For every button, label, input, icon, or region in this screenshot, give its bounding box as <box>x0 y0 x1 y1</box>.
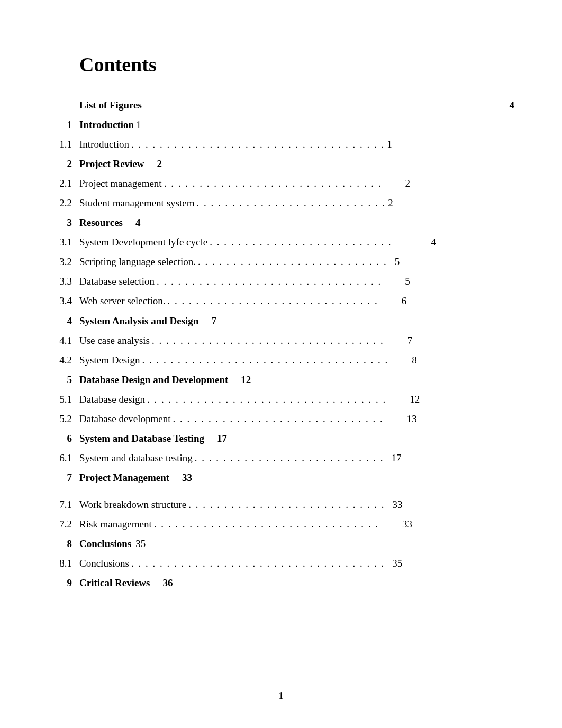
entry-number: 6 <box>48 429 79 448</box>
page-number: 1 <box>278 690 284 702</box>
entry-page: 1 <box>136 115 141 134</box>
page-title: Contents <box>79 53 514 76</box>
entry-page: 35 <box>135 534 146 553</box>
toc-section-entry: 5.2Database development . . . . . . . . … <box>48 409 514 429</box>
toc-chapter-entry: 8Conclusions 35 <box>48 534 514 553</box>
entry-page: 12 <box>410 389 420 409</box>
entry-page: 5 <box>395 252 400 271</box>
entry-page: 13 <box>407 409 417 429</box>
toc-chapter-entry: 2Project Review2 <box>48 154 514 174</box>
leader-dots: . . . . . . . . . . . . . . . . . . . . … <box>131 553 385 573</box>
leader-dots: . . . . . . . . . . . . . . . . . . . . … <box>210 232 392 252</box>
leader-dots: . . . . . . . . . . . . . . . . . . . . … <box>173 409 384 429</box>
toc-chapter-entry: 1Introduction 1 <box>48 115 514 134</box>
entry-label: Introduction <box>79 134 129 154</box>
entry-page: 4 <box>135 213 141 232</box>
toc-chapter-entry: 6System and Database Testing17 <box>48 429 514 448</box>
entry-number: 7.1 <box>48 495 79 514</box>
entry-page: 17 <box>391 448 401 468</box>
entry-page: 7 <box>407 331 413 350</box>
entry-page: 33 <box>402 514 412 534</box>
toc-section-entry: 1.1Introduction . . . . . . . . . . . . … <box>48 134 514 154</box>
entry-number: 6.1 <box>48 448 79 468</box>
entry-label: Introduction <box>79 115 134 134</box>
entry-label: List of Figures <box>79 95 142 115</box>
leader-dots: . . . . . . . . . . . . . . . . . . . . … <box>195 448 384 468</box>
entry-page: 36 <box>162 573 173 593</box>
entry-number: 2 <box>48 154 79 174</box>
leader-dots: . . . . . . . . . . . . . . . . . . . . … <box>152 331 384 350</box>
leader-dots: . . . . . . . . . . . . . . . . . . . . … <box>168 291 378 311</box>
entry-page: 4 <box>431 232 436 252</box>
entry-page: 5 <box>405 271 410 291</box>
entry-number: 8.1 <box>48 553 79 573</box>
toc-section-entry: 2.2Student management system . . . . . .… <box>48 193 514 213</box>
entry-label: System Analysis and Design <box>79 311 198 331</box>
entry-page: 12 <box>241 370 251 389</box>
entry-label: Project Management <box>79 468 169 487</box>
toc-section-entry: 2.1Project management . . . . . . . . . … <box>48 174 514 193</box>
entry-label: Database development <box>79 409 171 429</box>
entry-number: 3.2 <box>48 252 79 271</box>
entry-page: 33 <box>392 495 402 514</box>
toc-chapter-entry: 9Critical Reviews36 <box>48 573 514 593</box>
entry-page: 7 <box>211 311 216 331</box>
entry-page: 2 <box>388 193 393 213</box>
toc-chapter-entry: 7Project Management33 <box>48 468 514 487</box>
toc-section-entry: 3.1System Development lyfe cycle . . . .… <box>48 232 514 252</box>
leader-dots: . . . . . . . . . . . . . . . . . . . . … <box>196 193 386 213</box>
toc-section-entry: 4.1Use case analysis . . . . . . . . . .… <box>48 331 514 350</box>
entry-page: 2 <box>405 174 410 193</box>
toc-section-entry: 5.1Database design . . . . . . . . . . .… <box>48 389 514 409</box>
entry-number: 3 <box>48 213 79 232</box>
entry-number: 3.3 <box>48 271 79 291</box>
toc-section-entry: 8.1Conclusions . . . . . . . . . . . . .… <box>48 553 514 573</box>
entry-label: Conclusions <box>79 553 129 573</box>
entry-number: 4 <box>48 311 79 331</box>
entry-label: Resources <box>79 213 123 232</box>
toc-section-entry: 6.1System and database testing . . . . .… <box>48 448 514 468</box>
entry-number: 9 <box>48 573 79 593</box>
entry-label: System and Database Testing <box>79 429 204 448</box>
entry-label: Scripting language selection. <box>79 252 196 271</box>
leader-dots: . . . . . . . . . . . . . . . . . . . . … <box>131 134 385 154</box>
entry-number: 1 <box>48 115 79 134</box>
entry-page: 17 <box>217 429 227 448</box>
entry-page: 33 <box>182 468 192 487</box>
entry-number: 2.1 <box>48 174 79 193</box>
entry-page: 2 <box>157 154 162 174</box>
toc-section-entry: 7.2Risk management . . . . . . . . . . .… <box>48 514 514 534</box>
entry-label: Use case analysis <box>79 331 150 350</box>
entry-number: 3.4 <box>48 291 79 311</box>
list-of-figures-entry: List of Figures 4 <box>48 95 514 115</box>
entry-label: Student management system <box>79 193 194 213</box>
entry-number: 4.1 <box>48 331 79 350</box>
entry-label: System Development lyfe cycle <box>79 232 207 252</box>
entry-page: 4 <box>510 95 515 115</box>
toc-section-entry: 7.1Work breakdown structure . . . . . . … <box>48 495 514 514</box>
entry-number: 1.1 <box>48 134 79 154</box>
entry-page: 35 <box>392 553 402 573</box>
entry-label: Database design <box>79 389 145 409</box>
entry-number: 7.2 <box>48 514 79 534</box>
entry-page: 1 <box>387 134 392 154</box>
entry-label: Critical Reviews <box>79 573 150 593</box>
entry-number: 8 <box>48 534 79 553</box>
entry-label: System and database testing <box>79 448 193 468</box>
leader-dots: . . . . . . . . . . . . . . . . . . . . … <box>147 389 386 409</box>
toc-section-entry: 4.2System Design . . . . . . . . . . . .… <box>48 350 514 370</box>
entry-number: 5.1 <box>48 389 79 409</box>
entry-number: 7 <box>48 468 79 487</box>
entry-page: 6 <box>402 291 407 311</box>
toc-chapter-entry: 5Database Design and Development12 <box>48 370 514 389</box>
toc-chapter-entry: 4System Analysis and Design7 <box>48 311 514 331</box>
leader-dots: . . . . . . . . . . . . . . . . . . . . … <box>142 350 389 370</box>
entry-page: 8 <box>412 350 417 370</box>
leader-dots: . . . . . . . . . . . . . . . . . . . . … <box>157 271 382 291</box>
entry-label: Risk management <box>79 514 152 534</box>
entry-label: System Design <box>79 350 140 370</box>
table-of-contents: List of Figures 4 1Introduction 11.1Intr… <box>48 95 514 593</box>
entry-number: 3.1 <box>48 232 79 252</box>
spacing-gap <box>48 487 514 495</box>
entry-label: Work breakdown structure <box>79 495 186 514</box>
